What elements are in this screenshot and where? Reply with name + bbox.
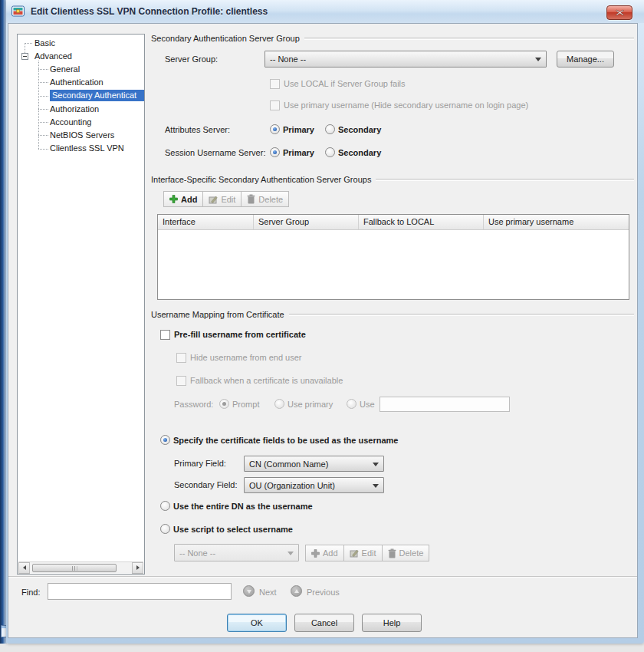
ok-button[interactable]: OK — [227, 614, 287, 632]
add-plus-icon — [311, 549, 320, 558]
script-delete-button[interactable]: Delete — [382, 545, 430, 561]
attributes-server-label: Attributes Server: — [165, 125, 230, 134]
sidebar-item-secondary-authentication[interactable]: Secondary Authenticat — [50, 90, 144, 101]
sidebar-item-netbios-servers[interactable]: NetBIOS Servers — [50, 130, 114, 141]
chevron-up-icon — [294, 589, 299, 593]
find-label: Find: — [21, 588, 40, 597]
edit-pencil-icon — [209, 195, 218, 204]
group-title: Secondary Authentication Server Group — [151, 34, 300, 43]
column-header-interface[interactable]: Interface — [158, 215, 254, 229]
find-input[interactable] — [48, 583, 232, 600]
use-primary-username-label: Use primary username (Hide secondary use… — [284, 100, 528, 110]
scroll-right-icon — [136, 565, 140, 570]
password-use-radio[interactable] — [347, 399, 356, 409]
session-secondary-radio[interactable] — [325, 147, 335, 157]
hide-username-checkbox[interactable] — [176, 353, 186, 363]
sidebar-item-clientless-ssl-vpn[interactable]: Clientless SSL VPN — [50, 143, 124, 154]
session-username-server-label: Session Username Server: — [165, 148, 265, 157]
password-use-primary-label: Use primary — [288, 400, 333, 409]
secondary-field-label: Secondary Field: — [174, 480, 238, 489]
password-use-label: Use — [360, 400, 375, 409]
sidebar-item-authentication[interactable]: Authentication — [50, 77, 104, 88]
cancel-button[interactable]: Cancel — [294, 614, 354, 632]
column-header-use-primary[interactable]: Use primary username — [484, 215, 629, 229]
use-script-radio[interactable] — [160, 524, 170, 534]
add-label: Add — [181, 195, 197, 204]
sidebar-item-accounting[interactable]: Accounting — [50, 117, 91, 128]
attributes-secondary-radio[interactable] — [325, 124, 335, 134]
delete-label: Delete — [399, 548, 424, 558]
edit-pencil-icon — [350, 548, 359, 558]
find-previous-button[interactable] — [291, 585, 302, 597]
delete-trash-icon — [247, 194, 255, 204]
primary-field-value: CN (Common Name) — [249, 459, 328, 469]
window-title: Edit Clientless SSL VPN Connection Profi… — [31, 6, 268, 17]
script-edit-button[interactable]: Edit — [343, 545, 383, 561]
interface-table[interactable]: Interface Server Group Fallback to LOCAL… — [157, 214, 629, 300]
use-local-checkbox[interactable] — [270, 79, 280, 89]
manage-button[interactable]: Manage... — [557, 51, 614, 68]
sidebar-item-basic[interactable]: Basic — [34, 38, 55, 49]
session-primary-label: Primary — [283, 148, 314, 157]
script-select-value: -- None -- — [179, 548, 215, 558]
advanced-expander-icon[interactable] — [21, 53, 28, 60]
specify-certificate-fields-radio[interactable] — [160, 435, 170, 445]
title-bar[interactable]: Edit Clientless SSL VPN Connection Profi… — [6, 0, 644, 23]
script-select[interactable]: -- None -- — [174, 544, 299, 561]
sidebar-item-authorization[interactable]: Authorization — [50, 104, 99, 115]
password-use-primary-radio[interactable] — [274, 399, 284, 409]
find-next-label: Next — [259, 588, 277, 597]
dropdown-arrow-icon — [535, 58, 541, 61]
scrollbar-thumb[interactable] — [32, 564, 117, 572]
password-prompt-radio[interactable] — [219, 399, 229, 409]
scroll-right-button[interactable] — [132, 562, 143, 574]
find-previous-label: Previous — [307, 588, 340, 597]
script-add-button[interactable]: Add — [305, 545, 344, 561]
primary-field-select[interactable]: CN (Common Name) — [244, 456, 384, 472]
use-script-label: Use script to select username — [173, 525, 293, 534]
close-icon — [616, 9, 624, 16]
add-button[interactable]: Add — [163, 191, 203, 207]
scrollbar-grip-icon — [72, 566, 77, 571]
tree-horizontal-scrollbar[interactable] — [18, 561, 143, 573]
interface-table-body[interactable] — [158, 230, 629, 299]
help-button[interactable]: Help — [362, 614, 422, 632]
column-header-server-group[interactable]: Server Group — [254, 215, 359, 229]
attributes-secondary-label: Secondary — [338, 125, 381, 134]
server-group-select[interactable]: -- None -- — [264, 51, 547, 68]
fallback-certificate-label: Fallback when a certificate is unavailab… — [190, 376, 343, 385]
prefill-username-label: Pre-fill username from certificate — [174, 330, 306, 339]
find-next-button[interactable] — [243, 585, 255, 597]
app-icon — [12, 5, 25, 18]
close-button[interactable] — [606, 5, 632, 20]
dropdown-arrow-icon — [288, 552, 294, 555]
entire-dn-label: Use the entire DN as the username — [173, 502, 313, 511]
delete-trash-icon — [388, 548, 396, 558]
use-primary-username-checkbox[interactable] — [270, 100, 280, 110]
session-primary-radio[interactable] — [270, 147, 280, 157]
specify-certificate-fields-label: Specify the certificate fields to be use… — [173, 436, 398, 445]
secondary-field-value: OU (Organization Unit) — [249, 481, 335, 490]
delete-button[interactable]: Delete — [241, 191, 289, 207]
secondary-auth-group-header: Secondary Authentication Server Group — [151, 34, 634, 43]
add-plus-icon — [169, 195, 178, 203]
sidebar-item-general[interactable]: General — [50, 64, 80, 75]
attributes-primary-radio[interactable] — [270, 124, 280, 134]
password-use-field[interactable] — [380, 397, 510, 412]
column-header-fallback[interactable]: Fallback to LOCAL — [359, 215, 484, 229]
script-toolbar: Add Edit Delete — [305, 545, 429, 561]
fallback-certificate-checkbox[interactable] — [176, 376, 186, 386]
screen: Edit Clientless SSL VPN Connection Profi… — [0, 0, 644, 652]
scroll-left-button[interactable] — [18, 562, 30, 574]
edit-button[interactable]: Edit — [202, 191, 242, 207]
secondary-field-select[interactable]: OU (Organization Unit) — [244, 477, 384, 493]
chevron-down-icon — [247, 590, 251, 594]
interface-table-header: Interface Server Group Fallback to LOCAL… — [158, 215, 629, 230]
entire-dn-radio[interactable] — [160, 501, 170, 511]
server-group-label: Server Group: — [165, 54, 218, 64]
prefill-username-checkbox[interactable] — [160, 330, 170, 340]
interface-groups-header: Interface-Specific Secondary Authenticat… — [151, 175, 634, 184]
sidebar-item-advanced[interactable]: Advanced — [34, 51, 72, 62]
password-label: Password: — [174, 400, 213, 409]
navigation-tree: Basic Advanced General Authentication Se… — [17, 34, 145, 575]
